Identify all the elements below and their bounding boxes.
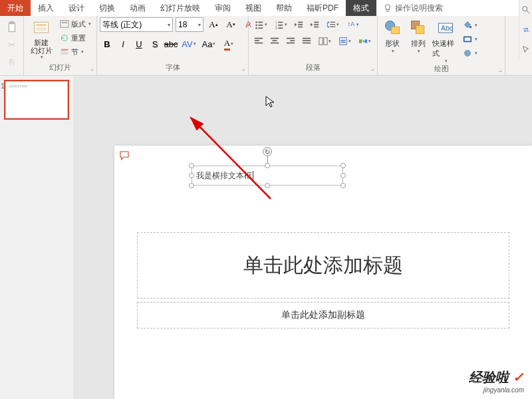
editing-group-collapsed[interactable] bbox=[519, 0, 532, 60]
layout-button[interactable]: 版式▾ bbox=[58, 17, 93, 31]
resize-handle[interactable] bbox=[265, 183, 270, 188]
svg-rect-39 bbox=[290, 40, 295, 41]
effects-icon bbox=[463, 49, 472, 58]
svg-rect-50 bbox=[364, 39, 367, 43]
shape-outline-button[interactable]: ▾ bbox=[461, 33, 479, 46]
quick-styles-button[interactable]: Abc 快速样式▾ bbox=[432, 17, 459, 64]
shrink-font-button[interactable]: A▾ bbox=[223, 17, 238, 32]
resize-handle[interactable] bbox=[189, 163, 194, 168]
resize-handle[interactable] bbox=[189, 183, 194, 188]
change-case-button[interactable]: Aa▾ bbox=[200, 37, 218, 51]
align-right-button[interactable] bbox=[283, 34, 298, 49]
tab-transitions[interactable]: 切换 bbox=[92, 0, 122, 16]
slide-thumbnail-pane[interactable]: 1 我是横排文本框 bbox=[0, 76, 74, 399]
tab-review[interactable]: 审阅 bbox=[207, 0, 238, 16]
char-spacing-button[interactable]: AV▾ bbox=[180, 37, 198, 51]
tab-slideshow[interactable]: 幻灯片放映 bbox=[153, 0, 207, 16]
comment-icon bbox=[118, 150, 130, 162]
slide[interactable]: 我是横排文本框 单击此处添加标题 单击此处添加副标题 bbox=[114, 146, 532, 399]
svg-rect-0 bbox=[9, 23, 15, 32]
selected-textbox[interactable]: 我是横排文本框 bbox=[192, 166, 343, 186]
align-center-button[interactable] bbox=[267, 34, 282, 49]
slide-thumbnail-1[interactable]: 1 我是横排文本框 bbox=[5, 81, 68, 118]
resize-handle[interactable] bbox=[340, 183, 346, 188]
svg-rect-36 bbox=[273, 40, 277, 41]
ribbon: ✂ ⎘ x 新建 幻灯片 ▾ 版式▾ 重置 节▾ 幻灯片 等线 (正文)▾ 18… bbox=[0, 16, 532, 76]
svg-rect-28 bbox=[330, 22, 335, 23]
lightbulb-icon bbox=[383, 3, 392, 13]
svg-rect-20 bbox=[278, 27, 283, 29]
svg-rect-41 bbox=[303, 38, 311, 39]
shape-effects-button[interactable]: ▾ bbox=[461, 47, 479, 60]
line-spacing-button[interactable]: ▾ bbox=[323, 17, 342, 32]
arrange-button[interactable]: 排列▾ bbox=[406, 17, 430, 54]
resize-handle[interactable] bbox=[340, 173, 346, 178]
text-direction-icon: ↕A bbox=[346, 20, 356, 29]
justify-button[interactable] bbox=[299, 34, 314, 49]
columns-button[interactable]: ▾ bbox=[315, 34, 334, 49]
svg-text:Abc: Abc bbox=[441, 24, 453, 32]
svg-point-11 bbox=[255, 25, 257, 27]
tell-me-search[interactable]: 操作说明搜索 bbox=[376, 3, 443, 14]
group-label-slides: 幻灯片 bbox=[27, 63, 94, 74]
svg-rect-3 bbox=[36, 24, 47, 27]
group-label-drawing: 绘图 bbox=[380, 64, 502, 75]
resize-handle[interactable] bbox=[340, 163, 346, 168]
svg-text:↕A: ↕A bbox=[347, 21, 354, 27]
svg-point-57 bbox=[469, 26, 472, 29]
font-size-combo[interactable]: 18▾ bbox=[176, 17, 203, 32]
tab-animations[interactable]: 动画 bbox=[122, 0, 153, 16]
tell-me-label: 操作说明搜索 bbox=[395, 3, 443, 14]
smartart-button[interactable]: ▾ bbox=[355, 34, 374, 49]
copy-button[interactable]: ⎘ bbox=[5, 55, 19, 69]
paste-button[interactable] bbox=[5, 20, 19, 35]
subtitle-placeholder[interactable]: 单击此处添加副标题 bbox=[137, 302, 509, 329]
decrease-indent-button[interactable] bbox=[291, 17, 306, 32]
resize-handle[interactable] bbox=[189, 173, 194, 178]
tab-format[interactable]: 格式 bbox=[346, 0, 376, 16]
grow-font-button[interactable]: A▴ bbox=[206, 17, 221, 32]
new-slide-button[interactable]: 新建 幻灯片 ▾ bbox=[27, 17, 56, 60]
font-color-button[interactable]: A▾ bbox=[219, 37, 238, 51]
svg-rect-37 bbox=[271, 43, 279, 44]
svg-rect-14 bbox=[258, 27, 263, 29]
tab-foxit[interactable]: 福昕PDF bbox=[299, 0, 346, 16]
numbering-button[interactable]: 123▾ bbox=[271, 17, 290, 32]
bullets-button[interactable]: ▾ bbox=[251, 17, 270, 32]
shadow-button[interactable]: S bbox=[148, 37, 162, 51]
title-placeholder[interactable]: 单击此处添加标题 bbox=[137, 232, 509, 299]
comment-indicator[interactable] bbox=[118, 150, 130, 164]
svg-rect-34 bbox=[255, 43, 263, 44]
text-direction-button[interactable]: ↕A▾ bbox=[343, 17, 362, 32]
increase-indent-button[interactable] bbox=[307, 17, 322, 32]
svg-rect-32 bbox=[255, 38, 263, 39]
italic-button[interactable]: I bbox=[116, 37, 130, 51]
rotate-handle[interactable] bbox=[263, 147, 272, 156]
tab-help[interactable]: 帮助 bbox=[269, 0, 299, 16]
underline-button[interactable]: U bbox=[132, 37, 146, 51]
thumb-preview-text: 我是横排文本框 bbox=[9, 84, 27, 88]
reset-button[interactable]: 重置 bbox=[58, 31, 93, 45]
svg-rect-49 bbox=[358, 39, 361, 43]
font-name-combo[interactable]: 等线 (正文)▾ bbox=[100, 17, 173, 32]
tab-insert[interactable]: 插入 bbox=[31, 0, 61, 16]
resize-handle[interactable] bbox=[265, 163, 270, 168]
cut-button[interactable]: ✂ bbox=[5, 37, 19, 52]
shape-fill-button[interactable]: ▾ bbox=[461, 19, 479, 32]
svg-rect-6 bbox=[62, 22, 68, 24]
bold-button[interactable]: B bbox=[100, 37, 114, 51]
align-text-button[interactable]: ▾ bbox=[335, 34, 354, 49]
tab-design[interactable]: 设计 bbox=[61, 0, 92, 16]
svg-rect-43 bbox=[303, 43, 311, 44]
align-left-button[interactable] bbox=[251, 34, 266, 49]
workspace: 1 我是横排文本框 我是横排文本框 单击此处添加标题 单击 bbox=[0, 76, 532, 399]
svg-rect-29 bbox=[330, 24, 335, 25]
tab-home[interactable]: 开始 bbox=[0, 0, 31, 16]
shapes-button[interactable]: 形状▾ bbox=[380, 17, 404, 54]
tab-view[interactable]: 视图 bbox=[238, 0, 269, 16]
strike-button[interactable]: abc bbox=[164, 37, 178, 51]
slide-canvas-area[interactable]: 我是横排文本框 单击此处添加标题 单击此处添加副标题 bbox=[74, 76, 532, 399]
svg-rect-8 bbox=[61, 52, 68, 55]
section-button[interactable]: 节▾ bbox=[58, 45, 93, 59]
svg-rect-4 bbox=[36, 27, 47, 31]
